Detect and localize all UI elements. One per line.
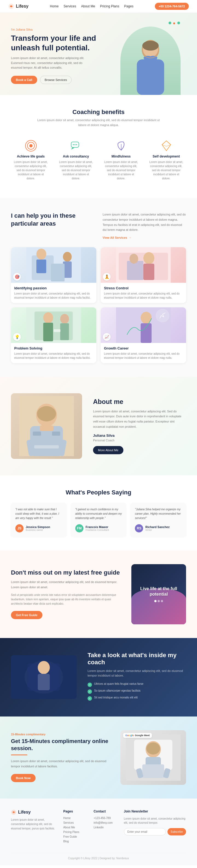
area-card-passion[interactable]: 🎯 Identifying passion Lorem ipsum dolor … — [11, 247, 96, 303]
author-2-avatar: FM — [75, 524, 83, 532]
guide-dots — [154, 600, 163, 602]
session-person-svg — [126, 734, 180, 781]
svg-rect-40 — [141, 323, 151, 343]
author-1-role: Business owner — [26, 529, 50, 531]
browse-services-button[interactable]: Browse Services — [40, 76, 72, 84]
footer-logo-icon — [11, 809, 17, 815]
newsletter-email-input[interactable] — [124, 828, 166, 835]
view-all-link[interactable]: View All Services → — [103, 235, 132, 240]
author-2-info: Francois Mawer Freelance Consultant — [86, 525, 109, 531]
footer-bottom: Copyright © Lifesy 2022 | Designed by: N… — [11, 853, 186, 860]
svg-rect-62 — [142, 764, 164, 778]
svg-rect-46 — [40, 426, 53, 431]
nav-services[interactable]: Services — [63, 4, 76, 8]
logo[interactable]: Lifesy — [8, 3, 28, 9]
footer-email: info@lifesy.com — [93, 821, 116, 824]
author-3-info: Richard Sanchez Writer — [145, 525, 170, 531]
footer-link-guide[interactable]: Free Guide — [63, 835, 85, 838]
benefits-grid: Achieve life goals Lorem ipsum dolor sit… — [11, 136, 186, 185]
benefit-mindfulness-text: Lorem ipsum dolor sit amet, consectetur … — [104, 160, 138, 181]
problem-image-svg — [11, 307, 96, 343]
video-check-1-text: Ultrices at quam felis feugiat varius fa… — [94, 682, 143, 685]
target-icon — [25, 140, 37, 152]
testimonial-2-text: "I gained so much confidence in my abili… — [75, 507, 122, 520]
svg-marker-15 — [162, 141, 171, 151]
google-icon: Google — [125, 734, 134, 737]
footer-link-home[interactable]: Home — [63, 816, 85, 819]
benefit-consultancy-text: Lorem ipsum dolor sit amet, consectetur … — [59, 160, 93, 181]
benefit-selfdevelopment-text: Lorem ipsum dolor sit amet, consectetur … — [149, 160, 183, 181]
areas-intro: Lorem ipsum dolor sit amet, consectetur … — [103, 212, 186, 240]
passion-image-svg — [11, 247, 96, 283]
benefit-selfdevelopment-title: Self development — [149, 155, 183, 158]
guide-dot-2[interactable] — [158, 600, 160, 602]
guide-dot-3[interactable] — [161, 600, 163, 602]
footer-logo: Lifesy — [11, 809, 55, 815]
nav-pricing[interactable]: Pricing Plans — [100, 4, 119, 8]
about-more-button[interactable]: More About Me — [93, 446, 123, 454]
book-call-button[interactable]: Book a Call — [11, 76, 37, 84]
area-card-problem-title: Problem Solving — [14, 346, 93, 350]
area-card-problem[interactable]: 💡 Problem Solving Lorem ipsum dolor sit … — [11, 307, 96, 363]
author-3-name: Richard Sanchez — [145, 525, 170, 529]
about-image — [11, 393, 82, 459]
footer-contact-col: Contact +123-456-789 info@lifesy.com Lin… — [93, 809, 116, 844]
hero-title: Transform your life and unleash full pot… — [11, 33, 115, 53]
session-book-button[interactable]: Book Now — [11, 774, 35, 782]
area-card-growth[interactable]: 📈 Growth Career Lorem ipsum dolor sit am… — [101, 307, 186, 363]
session-description: Lorem ipsum dolor sit amet, consectetur … — [11, 758, 109, 769]
hero-buttons: Book a Call Browse Services — [11, 76, 115, 84]
area-card-passion-image: 🎯 — [11, 247, 96, 283]
meet-text: Google Meet — [135, 734, 150, 737]
author-2-name: Francois Mawer — [86, 525, 109, 529]
svg-rect-20 — [36, 259, 46, 273]
svg-rect-47 — [33, 432, 41, 436]
guide-cta-button[interactable]: Get Free Guide — [11, 611, 43, 619]
footer-linkedin[interactable]: Linkedin — [93, 826, 116, 829]
newsletter-subscribe-button[interactable]: Subscribe — [167, 828, 186, 835]
nav-pages[interactable]: Pages — [124, 4, 134, 8]
area-card-growth-title: Growth Career — [104, 346, 183, 350]
view-all-label: View All Services — [103, 235, 127, 240]
testimonials-grid: "I was not able to make sure that I coul… — [11, 503, 186, 537]
video-bg-svg — [11, 655, 77, 699]
nav-home[interactable]: Home — [50, 4, 59, 8]
dot-3 — [177, 22, 180, 24]
growth-badge: 📈 — [103, 333, 111, 341]
footer-link-pricing[interactable]: Pricing Plans — [63, 831, 85, 834]
testimonial-2: "I gained so much confidence in my abili… — [71, 503, 126, 537]
about-text: About me Lorem ipsum dolor sit amet, con… — [93, 398, 186, 454]
nav-about[interactable]: About Me — [81, 4, 95, 8]
footer-newsletter-desc: Lorem ipsum dolor sit amet, consectetur … — [124, 816, 186, 825]
area-card-growth-image: 📈 — [101, 307, 186, 343]
footer-link-about[interactable]: About Me — [63, 826, 85, 829]
areas-title: I can help you in these particular areas — [11, 212, 94, 227]
check-icon-2: ✓ — [88, 689, 92, 694]
guide-title: Don't miss out on my latest free guide — [11, 569, 120, 576]
video-section: Take a look at what's inside my coach Lo… — [0, 638, 197, 716]
dot-2 — [173, 23, 175, 24]
svg-rect-2 — [137, 59, 164, 95]
footer-link-blog[interactable]: Blog — [63, 840, 85, 843]
testimonial-2-author: FM Francois Mawer Freelance Consultant — [75, 524, 122, 532]
video-title: Take a look at what's inside my coach — [88, 652, 186, 666]
video-thumbnail[interactable] — [11, 655, 77, 699]
session-section: 15-Minutes complimentary Get 15-Minutes … — [0, 716, 197, 799]
dot-1 — [169, 22, 171, 24]
guide-description: Lorem ipsum dolor sit amet, consectetur … — [11, 580, 120, 590]
guide-dot-1[interactable] — [154, 600, 157, 602]
problem-badge: 💡 — [13, 333, 21, 341]
author-3-role: Writer — [145, 529, 170, 531]
about-title: About me — [93, 398, 186, 406]
hero-image — [115, 27, 186, 95]
area-card-passion-text: Lorem ipsum dolor sit amet, consectetur … — [14, 291, 93, 300]
svg-rect-56 — [38, 674, 50, 690]
benefit-achieve-text: Lorem ipsum dolor sit amet, consectetur … — [14, 160, 48, 181]
svg-point-61 — [146, 742, 160, 754]
area-card-stress[interactable]: 🧘 Stress Control Lorem ipsum dolor sit a… — [101, 247, 186, 303]
nav-cta-button[interactable]: +00 1234-764-5672 — [155, 3, 189, 10]
svg-point-11 — [73, 144, 74, 145]
footer-pages-title: Pages — [63, 809, 85, 813]
footer-link-services[interactable]: Services — [63, 821, 85, 824]
svg-point-21 — [63, 252, 72, 262]
